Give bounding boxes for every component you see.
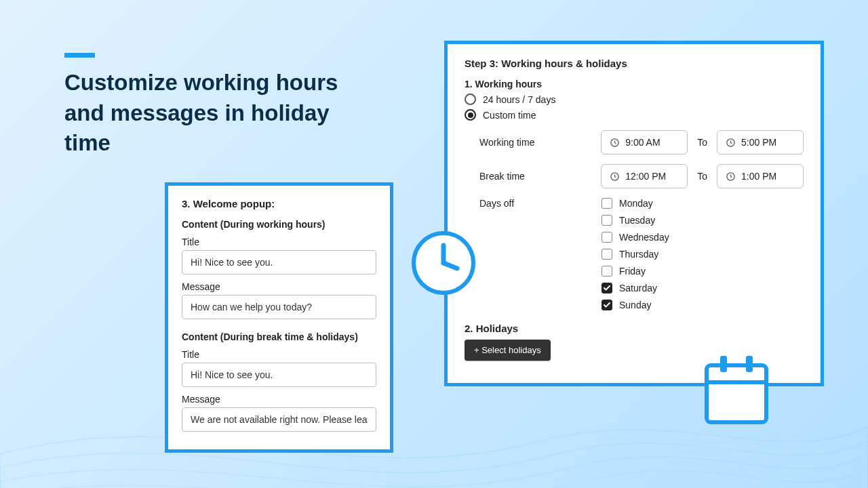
working-time-start-input[interactable]: 9:00 AM — [601, 130, 688, 155]
days-off-block: Days off MondayTuesdayWednesdayThursdayF… — [479, 198, 804, 310]
working-message-input[interactable] — [182, 295, 376, 319]
day-off-wednesday[interactable]: Wednesday — [601, 232, 669, 243]
page-headline: Customize working hours and messages in … — [64, 68, 356, 159]
working-content-label: Content (During working hours) — [182, 219, 376, 230]
break-time-end-input[interactable]: 1:00 PM — [717, 164, 804, 188]
day-label: Sunday — [619, 300, 651, 310]
break-time-row: Break time 12:00 PM To 1:00 PM — [479, 164, 804, 188]
working-time-label: Working time — [479, 137, 601, 148]
day-off-monday[interactable]: Monday — [601, 198, 669, 209]
svg-rect-10 — [746, 356, 753, 372]
radio-24-7[interactable] — [465, 94, 476, 105]
checkbox[interactable] — [601, 300, 612, 310]
to-label: To — [697, 137, 707, 148]
clock-decor-icon — [410, 229, 477, 297]
welcome-popup-heading: 3. Welcome popup: — [182, 198, 376, 209]
break-time-label: Break time — [479, 171, 601, 182]
clock-icon — [726, 171, 736, 182]
working-title-input[interactable] — [182, 250, 376, 274]
headline-block: Customize working hours and messages in … — [64, 53, 356, 159]
day-off-tuesday[interactable]: Tuesday — [601, 215, 669, 226]
break-time-end-value: 1:00 PM — [741, 171, 776, 182]
day-off-sunday[interactable]: Sunday — [601, 300, 669, 310]
clock-icon — [610, 138, 620, 148]
break-message-input[interactable] — [182, 407, 376, 432]
day-label: Wednesday — [619, 232, 669, 243]
checkbox[interactable] — [601, 232, 612, 243]
day-label: Monday — [619, 198, 653, 209]
break-time-start-value: 12:00 PM — [625, 171, 666, 182]
calendar-decor-icon — [703, 353, 770, 426]
radio-24-7-row[interactable]: 24 hours / 7 days — [465, 94, 804, 105]
days-off-label: Days off — [479, 198, 601, 310]
accent-bar — [64, 53, 95, 58]
break-title-label: Title — [182, 349, 376, 360]
break-time-start-input[interactable]: 12:00 PM — [601, 164, 688, 188]
day-label: Saturday — [619, 283, 657, 293]
working-title-label: Title — [182, 237, 376, 247]
day-label: Friday — [619, 266, 646, 277]
checkbox[interactable] — [601, 249, 612, 260]
day-off-thursday[interactable]: Thursday — [601, 249, 669, 260]
break-message-label: Message — [182, 394, 376, 405]
welcome-popup-card: 3. Welcome popup: Content (During workin… — [165, 182, 393, 453]
checkbox[interactable] — [601, 266, 612, 277]
checkbox[interactable] — [601, 198, 612, 209]
checkbox[interactable] — [601, 283, 612, 293]
working-message-label: Message — [182, 281, 376, 292]
working-time-end-input[interactable]: 5:00 PM — [717, 130, 804, 155]
to-label-2: To — [697, 171, 707, 182]
working-time-start-value: 9:00 AM — [625, 137, 660, 148]
day-off-saturday[interactable]: Saturday — [601, 283, 669, 293]
svg-rect-9 — [720, 356, 727, 372]
break-content-label: Content (During break time & holidays) — [182, 331, 376, 342]
days-off-list: MondayTuesdayWednesdayThursdayFridaySatu… — [601, 198, 669, 310]
radio-custom-time[interactable] — [465, 109, 476, 121]
radio-24-7-label: 24 hours / 7 days — [483, 94, 555, 105]
day-label: Tuesday — [619, 215, 655, 226]
working-hours-subhead: 1. Working hours — [465, 79, 804, 89]
working-time-row: Working time 9:00 AM To 5:00 PM — [479, 130, 804, 155]
radio-custom-label: Custom time — [483, 110, 536, 121]
clock-icon — [610, 171, 620, 182]
svg-rect-7 — [707, 365, 766, 422]
working-hours-card: Step 3: Working hours & holidays 1. Work… — [444, 41, 824, 386]
working-time-end-value: 5:00 PM — [741, 137, 776, 148]
day-label: Thursday — [619, 249, 658, 260]
day-off-friday[interactable]: Friday — [601, 266, 669, 277]
step-heading: Step 3: Working hours & holidays — [465, 58, 804, 69]
holidays-heading: 2. Holidays — [465, 323, 804, 334]
select-holidays-button[interactable]: + Select holidays — [465, 340, 551, 361]
checkbox[interactable] — [601, 215, 612, 226]
break-title-input[interactable] — [182, 363, 376, 387]
radio-custom-row[interactable]: Custom time — [465, 109, 804, 121]
clock-icon — [726, 138, 736, 148]
